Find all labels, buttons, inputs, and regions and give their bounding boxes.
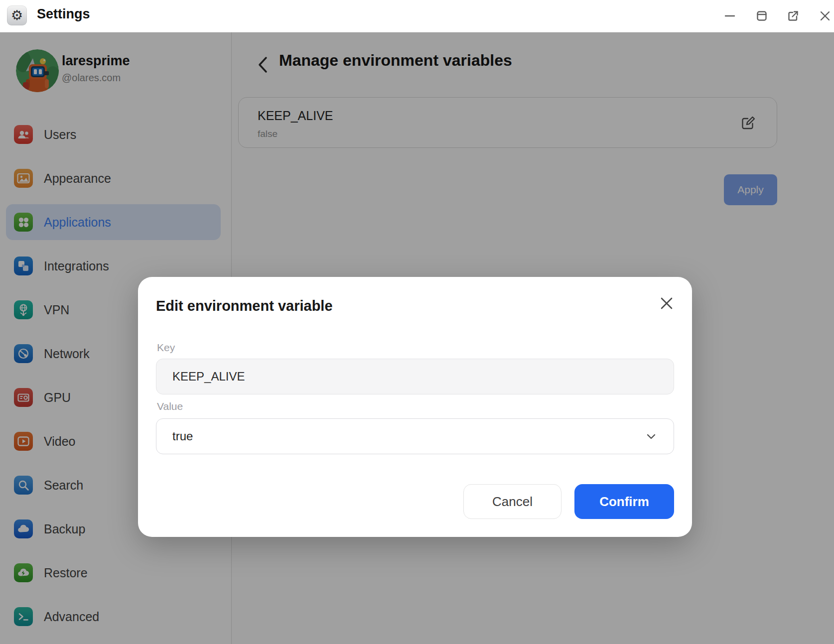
cancel-button[interactable]: Cancel	[463, 484, 561, 519]
edit-env-variable-dialog: Edit environment variable Key Value true…	[138, 277, 692, 537]
dialog-close-button[interactable]	[658, 295, 675, 312]
open-external-icon	[787, 10, 799, 22]
key-field-label: Key	[157, 342, 175, 354]
value-field-label: Value	[157, 400, 183, 412]
maximize-icon	[756, 10, 768, 22]
close-icon	[658, 295, 675, 312]
window-titlebar: ⚙ Settings	[0, 0, 834, 32]
dialog-title: Edit environment variable	[156, 298, 333, 314]
key-input[interactable]	[156, 359, 674, 394]
open-external-button[interactable]	[784, 7, 802, 25]
close-window-button[interactable]	[816, 7, 834, 25]
minimize-button[interactable]	[721, 7, 739, 25]
minimize-icon	[724, 10, 736, 22]
settings-app-icon: ⚙	[7, 5, 27, 25]
value-select[interactable]: true	[156, 418, 674, 454]
close-icon	[819, 10, 831, 22]
maximize-button[interactable]	[753, 7, 771, 25]
confirm-button[interactable]: Confirm	[574, 484, 674, 519]
value-selected-option: true	[172, 429, 645, 443]
app-area: laresprime @olares.com UsersAppearanceAp…	[0, 32, 834, 644]
chevron-down-icon	[645, 430, 658, 443]
gear-icon: ⚙	[11, 9, 23, 22]
window-title: Settings	[37, 6, 90, 22]
